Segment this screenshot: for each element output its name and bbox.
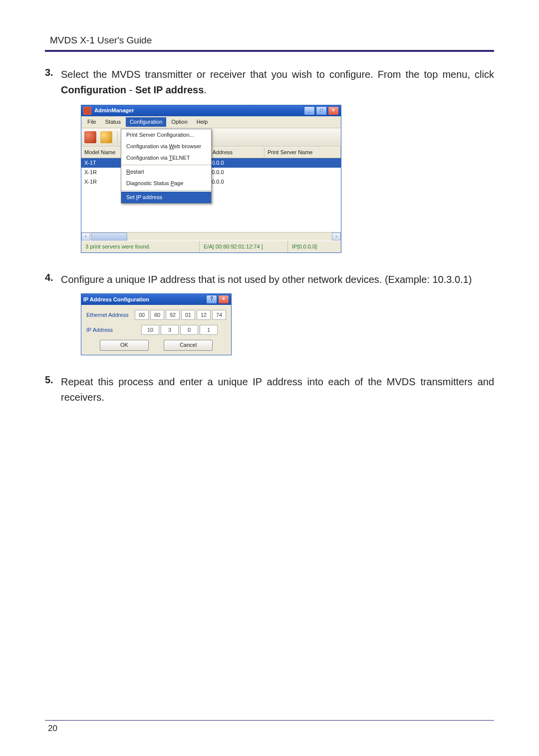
step-5: 5. Repeat this process and enter a uniqu… xyxy=(45,374,494,405)
menu-item-telnet[interactable]: Configuration via TELNET xyxy=(121,152,211,164)
cell-ip: 0.0.0.0 xyxy=(204,158,265,168)
ethernet-octets: 00 80 92 01 12 74 xyxy=(135,310,226,320)
cell-ip: 0.0.0.0 xyxy=(204,168,265,177)
toolbar-icon-1[interactable] xyxy=(84,131,96,143)
minimize-button[interactable]: _ xyxy=(304,106,315,115)
menu-configuration[interactable]: Configuration xyxy=(126,117,166,127)
page-number: 20 xyxy=(45,724,494,734)
ip-octet[interactable]: 3 xyxy=(161,325,179,335)
ip-octets: 10 3 0 1 xyxy=(141,325,218,335)
menu-item-bold: Set IP address xyxy=(135,84,204,95)
configuration-dropdown[interactable]: Print Server Configuration... Configurat… xyxy=(121,129,212,204)
window-client-area: File Status Configuration Option Help xyxy=(81,116,341,252)
eth-octet[interactable]: 01 xyxy=(181,310,195,320)
step-number: 3. xyxy=(45,67,61,260)
menu-help[interactable]: Help xyxy=(193,117,212,127)
help-button[interactable]: ? xyxy=(206,295,217,304)
step-4: 4. Configure a unique IP address that is… xyxy=(45,272,494,362)
cell-model: X-1R xyxy=(81,168,122,177)
step-text: Configure a unique IP address that is no… xyxy=(61,274,472,285)
menu-item-diagnostic[interactable]: Diagnostic Status Page xyxy=(121,178,211,189)
step-3: 3. Select the MVDS transmitter or receiv… xyxy=(45,67,494,260)
ok-button[interactable]: OK xyxy=(100,340,149,351)
cell-psn xyxy=(265,177,341,187)
menu-item-set-ip[interactable]: Set IP address xyxy=(121,192,211,203)
page-footer: 20 xyxy=(45,720,494,734)
dialog-title: IP Address Configuration xyxy=(83,295,206,304)
menu-file[interactable]: File xyxy=(83,117,100,127)
menu-divider xyxy=(121,165,211,165)
toolbar-refresh-icon[interactable] xyxy=(100,131,112,143)
status-bar: 3 print servers were found. E/A[ 00:80:9… xyxy=(81,241,341,252)
menu-option[interactable]: Option xyxy=(167,117,191,127)
header-rule xyxy=(45,50,494,52)
step-text: Repeat this process and enter a unique I… xyxy=(61,376,494,403)
horizontal-scrollbar[interactable]: ‹ › xyxy=(81,232,341,241)
document-page: MVDS X-1 User's Guide 3. Select the MVDS… xyxy=(0,0,539,756)
window-titlebar[interactable]: AdminManager _ □ × xyxy=(81,105,341,116)
maximize-button[interactable]: □ xyxy=(316,106,327,115)
ip-config-dialog: IP Address Configuration ? × Ethernet Ad… xyxy=(81,293,232,355)
col-ip[interactable]: IP Address xyxy=(203,147,265,158)
dialog-window-buttons: ? × xyxy=(206,295,229,304)
adminmanager-window: AdminManager _ □ × File Status Configura… xyxy=(81,105,341,253)
window-title: AdminManager xyxy=(94,106,304,115)
app-icon xyxy=(83,107,91,115)
close-button[interactable]: × xyxy=(328,106,339,115)
dialog-body: Ethernet Address 00 80 92 01 12 74 xyxy=(81,305,231,355)
eth-octet[interactable]: 74 xyxy=(212,310,226,320)
col-psn[interactable]: Print Server Name xyxy=(265,147,341,158)
cell-psn xyxy=(265,158,341,168)
step-body: Select the MVDS transmitter or receiver … xyxy=(61,67,494,260)
cell-ip: 0.0.0.0 xyxy=(204,177,265,187)
menu-item-restart[interactable]: Restart xyxy=(121,166,211,178)
step-text: Select the MVDS transmitter or receiver … xyxy=(61,69,494,80)
col-model[interactable]: Model Name xyxy=(81,147,123,158)
menu-name-bold: Configuration xyxy=(61,84,126,95)
step-body: Repeat this process and enter a unique I… xyxy=(61,374,494,405)
cell-psn xyxy=(265,168,341,177)
ip-octet[interactable]: 1 xyxy=(200,325,218,335)
cancel-button[interactable]: Cancel xyxy=(164,340,213,351)
step-body: Configure a unique IP address that is no… xyxy=(61,272,494,362)
cell-model: X-1R xyxy=(81,177,122,187)
eth-octet[interactable]: 00 xyxy=(135,310,149,320)
instruction-list: 3. Select the MVDS transmitter or receiv… xyxy=(45,67,494,405)
menu-divider xyxy=(121,190,211,191)
dialog-titlebar[interactable]: IP Address Configuration ? × xyxy=(81,294,231,305)
ip-address-row: IP Address 10 3 0 1 xyxy=(86,325,226,335)
scroll-thumb[interactable] xyxy=(91,233,127,241)
scroll-right-arrow[interactable]: › xyxy=(332,233,341,241)
ip-octet[interactable]: 0 xyxy=(180,325,198,335)
step-number: 4. xyxy=(45,272,61,362)
status-found: 3 print servers were found. xyxy=(81,241,200,252)
status-mac: E/A[ 00:80:92:01:12:74 ] xyxy=(200,241,288,252)
eth-octet[interactable]: 12 xyxy=(197,310,211,320)
status-ip: IP[0.0.0.0] xyxy=(288,241,341,252)
window-buttons: _ □ × xyxy=(304,106,339,115)
scroll-left-arrow[interactable]: ‹ xyxy=(81,233,90,241)
eth-octet[interactable]: 92 xyxy=(166,310,180,320)
ip-address-label: IP Address xyxy=(86,326,141,334)
toolbar-separator xyxy=(117,131,118,143)
dialog-buttons: OK Cancel xyxy=(86,340,226,351)
period: . xyxy=(204,84,207,95)
ip-octet[interactable]: 10 xyxy=(141,325,159,335)
menu-bar[interactable]: File Status Configuration Option Help xyxy=(81,116,341,128)
footer-rule xyxy=(45,720,494,721)
menu-item-web-browser[interactable]: Configuration via Web browser xyxy=(121,141,211,152)
menu-status[interactable]: Status xyxy=(101,117,125,127)
ethernet-address-label: Ethernet Address xyxy=(86,311,135,319)
running-header: MVDS X-1 User's Guide xyxy=(45,35,494,46)
cell-model: X-1T xyxy=(81,158,122,168)
step-number: 5. xyxy=(45,374,61,405)
ethernet-address-row: Ethernet Address 00 80 92 01 12 74 xyxy=(86,310,226,320)
eth-octet[interactable]: 80 xyxy=(150,310,164,320)
dash: - xyxy=(126,84,135,95)
close-button[interactable]: × xyxy=(218,295,229,304)
menu-item-print-server-config[interactable]: Print Server Configuration... xyxy=(121,129,211,141)
